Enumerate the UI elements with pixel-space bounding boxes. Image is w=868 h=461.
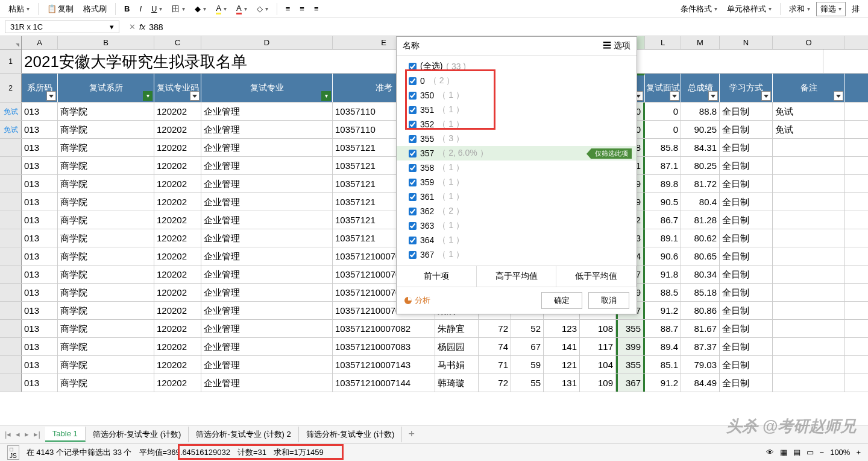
- row-number[interactable]: [0, 284, 22, 301]
- sort-button[interactable]: 排: [848, 2, 863, 16]
- cell[interactable]: 杨园园: [435, 338, 479, 355]
- cell[interactable]: 123: [544, 320, 580, 337]
- cell[interactable]: 企业管理: [201, 338, 333, 355]
- cell[interactable]: 企业管理: [201, 247, 333, 265]
- cell[interactable]: 企业管理: [201, 103, 333, 120]
- cell[interactable]: 013: [22, 284, 58, 301]
- cell[interactable]: [773, 284, 845, 301]
- cell[interactable]: 0: [645, 121, 681, 138]
- cell[interactable]: 121: [544, 356, 580, 374]
- row-number[interactable]: [0, 175, 22, 192]
- cell[interactable]: 55: [511, 374, 544, 392]
- row-number[interactable]: [0, 356, 22, 374]
- cell[interactable]: 0: [645, 103, 681, 120]
- cell[interactable]: [773, 175, 845, 192]
- checkbox[interactable]: [409, 121, 417, 129]
- underline-button[interactable]: U▾: [148, 3, 166, 14]
- cell[interactable]: 87.1: [645, 157, 681, 174]
- cell[interactable]: [773, 265, 845, 283]
- filter-item[interactable]: 359（ 1 ）: [397, 175, 637, 189]
- cell[interactable]: 90.25: [681, 121, 720, 138]
- row-number[interactable]: [0, 211, 22, 229]
- cell[interactable]: 120202: [154, 193, 201, 211]
- col-header[interactable]: B: [58, 36, 154, 49]
- align-center-button[interactable]: ≡: [296, 3, 308, 14]
- cell[interactable]: 免试: [773, 121, 845, 138]
- cell[interactable]: 全日制: [720, 193, 773, 211]
- cell[interactable]: 马书娟: [435, 356, 479, 374]
- cell[interactable]: 81.72: [681, 175, 720, 192]
- cell[interactable]: 商学院: [58, 265, 154, 283]
- cell[interactable]: 全日制: [720, 338, 773, 355]
- filter-item[interactable]: 363（ 1 ）: [397, 218, 637, 233]
- row-number[interactable]: [0, 139, 22, 156]
- cell[interactable]: 89.1: [645, 229, 681, 247]
- cell[interactable]: 企业管理: [201, 175, 333, 192]
- header-cell[interactable]: 复试专业: [201, 74, 333, 102]
- italic-button[interactable]: I: [136, 3, 145, 14]
- cell[interactable]: 013: [22, 211, 58, 229]
- cell[interactable]: 韩琦璇: [435, 374, 479, 392]
- filter-item[interactable]: 358（ 1 ）: [397, 161, 637, 175]
- col-header[interactable]: M: [681, 36, 720, 49]
- cell[interactable]: 355: [616, 356, 645, 374]
- header-cell[interactable]: 复试系所: [58, 74, 154, 102]
- cell[interactable]: 103571210007143: [333, 356, 435, 374]
- checkbox[interactable]: [409, 179, 417, 186]
- cell[interactable]: 013: [22, 265, 58, 283]
- checkbox[interactable]: [409, 135, 417, 143]
- cell[interactable]: 商学院: [58, 121, 154, 138]
- cell[interactable]: 81.67: [681, 320, 720, 337]
- col-header[interactable]: O: [773, 36, 845, 49]
- cell[interactable]: [773, 338, 845, 355]
- cell[interactable]: 全日制: [720, 247, 773, 265]
- checkbox[interactable]: [409, 63, 417, 71]
- cell-style-button[interactable]: 单元格样式▾: [723, 2, 775, 16]
- cell[interactable]: 013: [22, 229, 58, 247]
- filter-icon[interactable]: [46, 91, 56, 101]
- reading-view-icon[interactable]: ▭: [807, 448, 814, 457]
- view-icon[interactable]: 👁: [766, 448, 774, 457]
- sheet-tab[interactable]: 筛选分析-复试专业 (计数): [299, 427, 403, 442]
- checkbox[interactable]: [409, 164, 417, 172]
- filter-icon[interactable]: [190, 91, 200, 101]
- cell[interactable]: 80.25: [681, 157, 720, 174]
- filter-item-list[interactable]: (全选)( 33 ) 0（ 2 ）350（ 1 ）351（ 1 ）352（ 1 …: [397, 56, 637, 265]
- cancel-button[interactable]: 取消: [588, 292, 629, 309]
- align-top-button[interactable]: ≡: [310, 3, 322, 14]
- cell[interactable]: [773, 211, 845, 229]
- cell[interactable]: 全日制: [720, 103, 773, 120]
- cell[interactable]: 120202: [154, 103, 201, 120]
- cell[interactable]: 399: [616, 338, 645, 355]
- cell[interactable]: 全日制: [720, 284, 773, 301]
- cell[interactable]: 74: [479, 338, 511, 355]
- cell[interactable]: 72: [479, 320, 511, 337]
- header-cell[interactable]: 学习方式: [720, 74, 773, 102]
- cell[interactable]: 80.62: [681, 229, 720, 247]
- cell[interactable]: 商学院: [58, 229, 154, 247]
- row-number[interactable]: [0, 265, 22, 283]
- row-number[interactable]: [0, 374, 22, 392]
- filter-item[interactable]: 352（ 1 ）: [397, 117, 637, 132]
- cell[interactable]: 109: [580, 374, 616, 392]
- highlight-button[interactable]: A▾: [212, 2, 230, 16]
- cell[interactable]: [773, 139, 845, 156]
- cell[interactable]: 全日制: [720, 320, 773, 337]
- name-box[interactable]: 31R x 1C▾: [5, 21, 119, 33]
- first-sheet-icon[interactable]: |◂: [5, 430, 11, 439]
- checkbox[interactable]: [409, 77, 417, 85]
- filter-item[interactable]: 364（ 1 ）: [397, 233, 637, 247]
- cell[interactable]: 商学院: [58, 139, 154, 156]
- cell[interactable]: [773, 302, 845, 319]
- filter-options-button[interactable]: ☰ 选项: [603, 40, 631, 51]
- cell[interactable]: [773, 320, 845, 337]
- analyze-button[interactable]: 分析: [404, 295, 430, 306]
- cell[interactable]: 88.7: [645, 320, 681, 337]
- cond-format-button[interactable]: 条件格式▾: [677, 2, 721, 16]
- col-header[interactable]: D: [201, 36, 333, 49]
- filter-icon[interactable]: [321, 91, 331, 101]
- cell[interactable]: 全日制: [720, 229, 773, 247]
- zoom-in-icon[interactable]: +: [856, 448, 861, 457]
- prev-sheet-icon[interactable]: ◂: [16, 430, 20, 439]
- checkbox[interactable]: [409, 106, 417, 114]
